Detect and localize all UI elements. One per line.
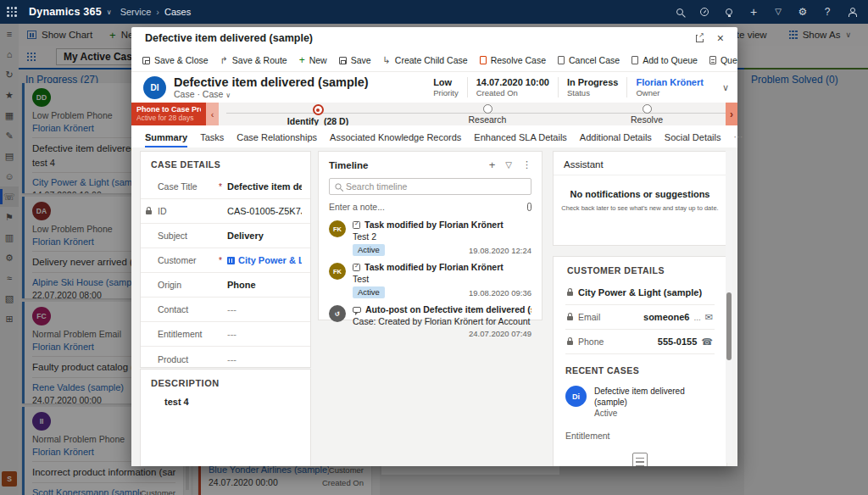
customer-email-row[interactable]: Email someone6 ... ✉: [565, 305, 715, 330]
timeline-entry[interactable]: FK Task modified by Florian Krönert Test…: [329, 262, 531, 298]
assistant-title: Assistant: [554, 152, 726, 170]
account-icon: [227, 257, 235, 264]
breadcrumb-page[interactable]: Cases: [164, 7, 191, 17]
route-icon: ↱: [220, 56, 228, 65]
header-field-owner[interactable]: Florian Krönert Owner: [626, 77, 711, 97]
scrollbar-thumb[interactable]: [726, 292, 732, 360]
avatar: FK: [329, 220, 346, 237]
tab-case-relationships[interactable]: Case Relationships: [236, 132, 317, 147]
phone-icon[interactable]: ☎: [701, 336, 713, 348]
process-name-block[interactable]: Phone to Case Process Active for 28 days: [131, 103, 206, 125]
dialog-scrollbar[interactable]: [726, 151, 732, 463]
chevron-down-icon[interactable]: ∨: [107, 8, 112, 16]
cancel-case-icon: [558, 56, 565, 64]
description-panel: DESCRIPTION test 4: [140, 369, 311, 466]
description-text[interactable]: test 4: [141, 388, 310, 407]
queue-item-details-button[interactable]: Queue Item Details: [704, 49, 737, 71]
process-prev-icon[interactable]: ‹: [206, 103, 219, 125]
record-subtitle[interactable]: Case · Case ∨: [174, 89, 369, 99]
attachment-icon[interactable]: [527, 203, 531, 211]
stage-resolve[interactable]: Resolve: [587, 104, 706, 125]
field-product[interactable]: Product ---: [141, 347, 310, 371]
task-icon: [353, 264, 360, 271]
tab-tasks[interactable]: Tasks: [200, 132, 224, 147]
tab-summary[interactable]: Summary: [145, 132, 187, 147]
quick-create-icon[interactable]: +: [748, 6, 760, 18]
field-contact[interactable]: Contact ---: [141, 298, 310, 322]
task-icon: [353, 221, 360, 229]
status-badge: Active: [353, 286, 385, 298]
stage-marker[interactable]: [643, 104, 652, 114]
settings-gear-icon[interactable]: ⚙: [797, 6, 809, 18]
resolve-case-button[interactable]: Resolve Case: [474, 49, 552, 71]
process-next-icon[interactable]: ›: [726, 103, 737, 125]
insights-icon[interactable]: [723, 6, 735, 18]
document-icon: [632, 453, 648, 466]
email-icon[interactable]: ✉: [705, 312, 713, 323]
field-id[interactable]: ID CAS-01005-Z5K7J0: [141, 199, 310, 224]
customer-account-row[interactable]: City Power & Light (sample): [565, 281, 715, 305]
header-field-status: In Progress Status: [558, 77, 627, 97]
tab-enhanced-sla-details[interactable]: Enhanced SLA Details: [474, 132, 566, 147]
avatar: Di: [565, 386, 587, 407]
search-icon: [335, 183, 341, 189]
timeline-title: Timeline: [329, 160, 368, 170]
timeline-entry[interactable]: ↺ Auto-post on Defective item delivered …: [329, 304, 531, 338]
customer-phone-row[interactable]: Phone 555-0155 ☎: [565, 330, 715, 354]
timeline-search-input[interactable]: [346, 181, 526, 192]
recent-case-item[interactable]: Di Defective item delivered (sample) Act…: [565, 386, 715, 418]
avatar: FK: [329, 263, 346, 280]
note-composer[interactable]: Enter a note...: [329, 202, 531, 212]
waffle-icon[interactable]: [7, 7, 17, 17]
queue-item-details-icon: [709, 56, 716, 64]
more-commands-icon[interactable]: ⋮: [522, 159, 531, 170]
recent-cases-title: RECENT CASES: [565, 365, 715, 375]
search-icon[interactable]: [674, 6, 686, 18]
lock-icon: [567, 316, 573, 320]
stage-research[interactable]: Research: [428, 104, 547, 125]
tabs-overflow-icon[interactable]: ⋯: [733, 131, 743, 147]
save-button[interactable]: Save: [333, 49, 377, 71]
quick-actions-icon[interactable]: [698, 6, 710, 18]
tab-social-details[interactable]: Social Details: [665, 132, 721, 147]
field-case-title[interactable]: Case Title * Defective item delive ...: [141, 175, 310, 199]
section-title: DESCRIPTION: [141, 370, 310, 388]
field-subject[interactable]: Subject Delivery: [141, 224, 310, 248]
timeline-panel: Timeline + ▽ ⋮ Enter a note... FK: [318, 151, 542, 320]
lock-icon: [146, 210, 152, 214]
breadcrumb-area[interactable]: Service: [120, 7, 152, 17]
add-record-icon[interactable]: +: [489, 159, 496, 171]
field-origin[interactable]: Origin Phone: [141, 273, 310, 298]
popout-icon[interactable]: [696, 35, 704, 42]
app-name[interactable]: Dynamics 365: [29, 6, 102, 18]
case-dialog: Defective item delivered (sample) × Save…: [131, 27, 737, 466]
help-icon[interactable]: ?: [821, 6, 833, 18]
dialog-command-bar: Save & Close ↱Save & Route +New Save ↳Cr…: [131, 49, 737, 72]
filter-icon[interactable]: ▽: [505, 160, 512, 170]
header-expand-icon[interactable]: ∨: [719, 82, 737, 93]
top-nav-bar: Dynamics 365 ∨ Service › Cases + ▽ ⚙ ?: [0, 0, 868, 24]
save-and-close-button[interactable]: Save & Close: [136, 49, 214, 71]
stage-marker[interactable]: [483, 104, 492, 114]
timeline-search[interactable]: [329, 178, 531, 195]
timeline-entry[interactable]: FK Task modified by Florian Krönert Test…: [329, 220, 531, 256]
new-button[interactable]: +New: [293, 49, 333, 71]
section-title: CUSTOMER DETAILS: [565, 257, 715, 281]
field-customer[interactable]: Customer * City Power & Ligh...: [141, 248, 310, 273]
add-to-queue-button[interactable]: Add to Queue: [626, 49, 704, 71]
filter-icon[interactable]: ▽: [772, 6, 784, 18]
cancel-case-button[interactable]: Cancel Case: [552, 49, 626, 71]
header-field-created-on: 14.07.2020 10:00 Created On: [467, 77, 558, 97]
record-title: Defective item delivered (sample): [174, 75, 369, 90]
save-close-icon: [142, 57, 150, 64]
tab-additional-details[interactable]: Additional Details: [580, 132, 652, 147]
stage-identify[interactable]: Identify (28 D): [259, 104, 377, 125]
close-icon[interactable]: ×: [717, 32, 724, 44]
save-and-route-button[interactable]: ↱Save & Route: [214, 49, 293, 71]
field-entitlement[interactable]: Entitlement ---: [141, 322, 310, 347]
account-icon[interactable]: [846, 6, 858, 18]
tab-associated-knowledge-records[interactable]: Associated Knowledge Records: [330, 132, 461, 147]
stage-marker-active[interactable]: [313, 104, 324, 115]
create-child-case-button[interactable]: ↳Create Child Case: [377, 49, 474, 71]
assistant-panel: Assistant No notifications or suggestion…: [553, 151, 727, 246]
